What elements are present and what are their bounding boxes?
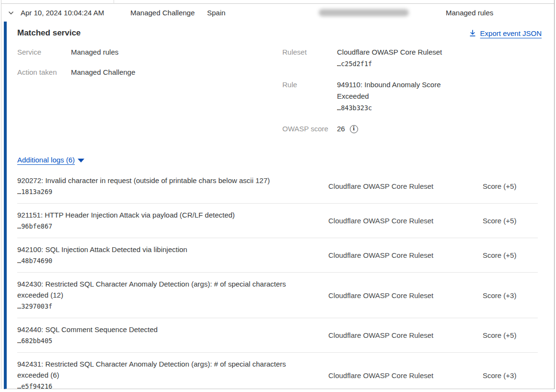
security-event-log-view: Apr 10, 2024 10:04:24 AM Managed Challen… <box>0 0 556 392</box>
redacted-text-blur <box>319 9 409 16</box>
service-label: Service <box>17 46 71 58</box>
caret-down-icon <box>78 159 84 162</box>
log-score: Score (+3) <box>483 291 516 300</box>
fields-right-column: Ruleset Cloudflare OWASP Core Ruleset …c… <box>282 46 452 144</box>
log-row: 942440: SQL Comment Sequence Detected …6… <box>17 318 538 353</box>
ruleset-id: …c25d2f1f <box>337 58 452 69</box>
log-rule-block: 942440: SQL Comment Sequence Detected …6… <box>17 324 300 346</box>
matched-service-fields: Service Managed rules Action taken Manag… <box>17 46 542 144</box>
log-rule-block: 921151: HTTP Header Injection Attack via… <box>17 209 300 232</box>
log-row: 942431: Restricted SQL Character Anomaly… <box>17 353 538 389</box>
log-score: Score (+5) <box>483 331 516 339</box>
event-detail-panel: Matched service Export event JSON <box>4 22 554 389</box>
column-divider <box>114 0 114 4</box>
log-rule-id: …48b74690 <box>17 255 300 266</box>
event-action: Managed Challenge <box>130 9 207 17</box>
log-rule-block: 942100: SQL Injection Attack Detected vi… <box>17 244 300 266</box>
panel-title: Matched service <box>17 28 81 38</box>
rule-description: 949110: Inbound Anomaly Score Exceeded <box>337 79 452 102</box>
owasp-score-label: OWASP score <box>282 123 337 135</box>
service-value: Managed rules <box>71 46 118 58</box>
log-score: Score (+5) <box>483 217 516 225</box>
panel-header: Matched service Export event JSON <box>17 28 542 38</box>
action-taken-value: Managed Challenge <box>71 67 135 78</box>
rule-id: …843b323c <box>337 102 452 114</box>
ruleset-label: Ruleset <box>282 46 337 69</box>
rule-field: Rule 949110: Inbound Anomaly Score Excee… <box>282 79 452 114</box>
log-ruleset-name: Cloudflare OWASP Core Ruleset <box>328 331 463 339</box>
previous-row-edge <box>1 0 554 4</box>
expand-chevron-button[interactable] <box>1 9 21 17</box>
additional-logs-label: Additional logs (6) <box>17 156 75 164</box>
info-icon[interactable]: i <box>350 125 358 133</box>
log-rule-id: …e5f94216 <box>17 380 300 389</box>
log-rule-block: 942431: Restricted SQL Character Anomaly… <box>17 358 300 389</box>
owasp-score-value-block: 26 i <box>337 123 452 135</box>
log-rule-id: …1813a269 <box>17 186 300 197</box>
owasp-score-value: 26 <box>337 123 345 135</box>
log-row: 920272: Invalid character in request (ou… <box>17 169 538 204</box>
log-rule-description: 921151: HTTP Header Injection Attack via… <box>17 209 300 220</box>
additional-logs-list: 920272: Invalid character in request (ou… <box>17 169 538 389</box>
log-row: 921151: HTTP Header Injection Attack via… <box>17 204 538 238</box>
events-table: Apr 10, 2024 10:04:24 AM Managed Challen… <box>1 0 555 389</box>
log-rule-id: …96bfe867 <box>17 220 300 232</box>
event-summary-row[interactable]: Apr 10, 2024 10:04:24 AM Managed Challen… <box>1 4 554 22</box>
log-rule-description: 942430: Restricted SQL Character Anomaly… <box>17 278 300 300</box>
log-ruleset-name: Cloudflare OWASP Core Ruleset <box>328 291 463 300</box>
log-rule-block: 920272: Invalid character in request (ou… <box>17 175 300 197</box>
log-rule-block: 942430: Restricted SQL Character Anomaly… <box>17 278 300 312</box>
log-score: Score (+5) <box>483 182 516 190</box>
log-rule-description: 920272: Invalid character in request (ou… <box>17 175 300 186</box>
log-ruleset-name: Cloudflare OWASP Core Ruleset <box>328 217 463 225</box>
ruleset-field: Ruleset Cloudflare OWASP Core Ruleset …c… <box>282 46 452 69</box>
log-ruleset-name: Cloudflare OWASP Core Ruleset <box>328 182 463 190</box>
event-timestamp: Apr 10, 2024 10:04:24 AM <box>21 9 130 17</box>
event-service: Managed rules <box>446 9 554 17</box>
log-score: Score (+3) <box>483 371 516 380</box>
ruleset-value-block: Cloudflare OWASP Core Ruleset …c25d2f1f <box>337 46 452 69</box>
log-score: Score (+5) <box>483 251 516 259</box>
owasp-score-field: OWASP score 26 i <box>282 123 452 135</box>
export-event-json-label: Export event JSON <box>480 29 542 37</box>
log-rule-description: 942431: Restricted SQL Character Anomaly… <box>17 358 300 380</box>
event-host-redacted <box>319 9 412 16</box>
log-row: 942100: SQL Injection Attack Detected vi… <box>17 238 538 273</box>
service-field: Service Managed rules <box>17 46 282 58</box>
log-rule-description: 942100: SQL Injection Attack Detected vi… <box>17 244 300 255</box>
log-row: 942430: Restricted SQL Character Anomaly… <box>17 273 538 318</box>
rule-value-block: 949110: Inbound Anomaly Score Exceeded …… <box>337 79 452 114</box>
log-ruleset-name: Cloudflare OWASP Core Ruleset <box>328 251 463 259</box>
additional-logs-toggle[interactable]: Additional logs (6) <box>17 156 84 164</box>
log-rule-id: …682bb405 <box>17 335 300 346</box>
action-taken-label: Action taken <box>17 67 71 78</box>
action-taken-field: Action taken Managed Challenge <box>17 67 282 78</box>
rule-label: Rule <box>282 79 337 114</box>
log-ruleset-name: Cloudflare OWASP Core Ruleset <box>328 371 463 380</box>
chevron-down-icon <box>7 9 15 17</box>
log-rule-description: 942440: SQL Comment Sequence Detected <box>17 324 300 335</box>
fields-left-column: Service Managed rules Action taken Manag… <box>17 46 282 87</box>
download-icon <box>469 29 476 37</box>
event-country: Spain <box>207 9 319 17</box>
export-event-json-link[interactable]: Export event JSON <box>469 29 542 37</box>
ruleset-name: Cloudflare OWASP Core Ruleset <box>337 46 452 58</box>
log-rule-id: …3297003f <box>17 300 300 312</box>
